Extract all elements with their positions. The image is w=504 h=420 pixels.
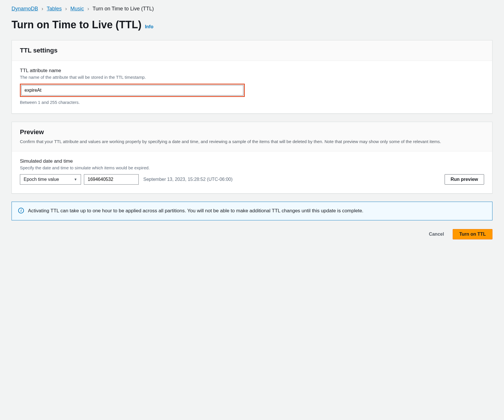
epoch-input[interactable] xyxy=(84,174,139,185)
sim-label: Simulated date and time xyxy=(20,158,484,164)
footer-buttons: Cancel Turn on TTL xyxy=(12,229,492,239)
ttl-settings-panel: TTL settings TTL attribute name The name… xyxy=(12,40,492,114)
time-format-value: Epoch time value xyxy=(24,177,59,182)
chevron-right-icon: › xyxy=(87,6,89,12)
sim-row: Epoch time value ▼ September 13, 2023, 1… xyxy=(20,174,484,185)
preview-desc: Confirm that your TTL attribute and valu… xyxy=(20,138,484,145)
breadcrumb-tables[interactable]: Tables xyxy=(47,6,62,12)
preview-title: Preview xyxy=(20,128,484,136)
preview-header: Preview Confirm that your TTL attribute … xyxy=(12,122,492,151)
cancel-button[interactable]: Cancel xyxy=(423,229,450,239)
ttl-settings-header: TTL settings xyxy=(12,40,492,61)
page-header: Turn on Time to Live (TTL) Info xyxy=(12,19,492,31)
preview-body: Simulated date and time Specify the date… xyxy=(12,151,492,193)
turn-on-ttl-button[interactable]: Turn on TTL xyxy=(453,229,492,239)
info-icon: i xyxy=(18,208,24,213)
preview-panel: Preview Confirm that your TTL attribute … xyxy=(12,122,492,194)
ttl-attr-label: TTL attribute name xyxy=(20,68,484,74)
breadcrumb-dynamodb[interactable]: DynamoDB xyxy=(12,6,38,12)
breadcrumb-music[interactable]: Music xyxy=(70,6,84,12)
sim-desc: Specify the date and time to simulate wh… xyxy=(20,165,484,170)
caret-down-icon: ▼ xyxy=(74,177,77,181)
info-banner-text: Activating TTL can take up to one hour t… xyxy=(28,207,363,215)
ttl-attr-input[interactable] xyxy=(21,85,243,95)
ttl-settings-body: TTL attribute name The name of the attri… xyxy=(12,61,492,113)
ttl-settings-title: TTL settings xyxy=(20,47,484,54)
breadcrumb-current: Turn on Time to Live (TTL) xyxy=(93,6,154,12)
chevron-right-icon: › xyxy=(42,6,43,12)
info-link[interactable]: Info xyxy=(145,24,153,29)
ttl-attr-highlight xyxy=(20,84,245,97)
ttl-attr-desc: The name of the attribute that will be s… xyxy=(20,75,484,80)
readable-time: September 13, 2023, 15:28:52 (UTC-06:00) xyxy=(143,177,442,182)
ttl-attr-hint: Between 1 and 255 characters. xyxy=(20,100,484,105)
time-format-select[interactable]: Epoch time value ▼ xyxy=(20,174,81,185)
info-banner: i Activating TTL can take up to one hour… xyxy=(12,202,492,220)
run-preview-button[interactable]: Run preview xyxy=(445,174,484,185)
page-title: Turn on Time to Live (TTL) xyxy=(12,19,142,31)
chevron-right-icon: › xyxy=(65,6,67,12)
breadcrumb: DynamoDB › Tables › Music › Turn on Time… xyxy=(12,6,492,12)
